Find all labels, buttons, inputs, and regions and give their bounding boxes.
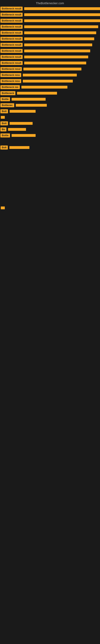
bottleneck-badge: Bottleneck result xyxy=(0,37,23,41)
bottleneck-row xyxy=(0,205,100,211)
bottleneck-row: Bottleneck result xyxy=(0,48,100,54)
bottleneck-bar xyxy=(24,13,100,16)
bottleneck-row: Bottleneck result xyxy=(0,12,100,18)
bottleneck-bar xyxy=(24,7,100,10)
bottleneck-row: Bott xyxy=(0,120,100,126)
bottleneck-row xyxy=(0,175,100,181)
bottleneck-badge: Bottleneck resu xyxy=(0,73,21,77)
bottleneck-row: Bottle xyxy=(0,132,100,138)
bottleneck-badge: Bottleneck result xyxy=(0,13,23,17)
bottleneck-row xyxy=(0,199,100,205)
bottleneck-row xyxy=(0,187,100,193)
bottleneck-bar xyxy=(24,56,88,58)
bottleneck-row xyxy=(0,138,100,144)
bottleneck-badge: Bottleneck result xyxy=(0,49,23,53)
bottleneck-bar xyxy=(21,86,67,88)
bottleneck-row: Bo xyxy=(0,126,100,132)
bottleneck-row xyxy=(0,150,100,156)
bottleneck-badge: Bottlenec xyxy=(0,103,14,107)
bottleneck-row xyxy=(0,169,100,175)
bottleneck-bar xyxy=(17,92,57,94)
bottleneck-row: Bottleneck res xyxy=(0,84,100,90)
bottleneck-row: Bott xyxy=(0,108,100,114)
bottleneck-bar xyxy=(10,122,33,125)
bottleneck-row: Bottleneck xyxy=(0,90,100,96)
bottleneck-badge: Bolt xyxy=(0,146,8,150)
bottleneck-badge: Bottleneck result xyxy=(0,19,23,23)
bottleneck-row: Bottleneck result xyxy=(0,54,100,60)
bottleneck-row: Bottleneck result xyxy=(0,6,100,12)
site-title: TheBottlenecker.com xyxy=(0,0,100,6)
bottleneck-badge: Bottleneck res xyxy=(0,85,20,89)
bottleneck-bar xyxy=(24,19,100,22)
bottleneck-bar xyxy=(24,62,86,64)
bottleneck-row xyxy=(0,162,100,169)
bottleneck-badge: Bott xyxy=(0,109,8,113)
bottleneck-bar xyxy=(24,25,98,28)
bottleneck-badge: Bottleneck result xyxy=(0,7,23,11)
bottleneck-bar xyxy=(23,68,81,70)
bottleneck-bar xyxy=(24,32,96,34)
bottleneck-row: Bottleneck resul xyxy=(0,66,100,72)
bottleneck-row xyxy=(0,156,100,162)
bottleneck-badge: Bottleneck xyxy=(0,91,15,95)
bottleneck-bar xyxy=(24,50,90,52)
bottleneck-bar xyxy=(16,104,47,107)
bottleneck-badge: Bottleneck result xyxy=(0,61,23,65)
bottleneck-bar xyxy=(8,128,26,131)
bottleneck-bar xyxy=(12,134,36,137)
bottleneck-bar xyxy=(10,110,36,113)
bottleneck-bar xyxy=(12,98,46,100)
bottleneck-badge: Bottle xyxy=(0,97,10,101)
bottleneck-badge: Bottleneck resul xyxy=(0,67,22,71)
bottleneck-row: Bottleneck resu xyxy=(0,78,100,84)
bottleneck-bar xyxy=(24,38,94,40)
bottleneck-badge: Bottleneck result xyxy=(0,43,23,47)
bottleneck-row: Bottleneck result xyxy=(0,24,100,30)
bottleneck-row xyxy=(0,114,100,120)
bottleneck-badge: Bottle xyxy=(0,134,10,138)
bottleneck-row xyxy=(0,181,100,187)
bottleneck-bar xyxy=(24,44,92,46)
bottleneck-badge: Bo xyxy=(0,128,6,132)
bottleneck-row: Bottlenec xyxy=(0,102,100,108)
bottleneck-bar xyxy=(1,206,5,209)
bottleneck-badge: Bottleneck result xyxy=(0,31,23,35)
bottleneck-row: Bottleneck resu xyxy=(0,72,100,78)
bottleneck-bar xyxy=(23,74,77,76)
bottleneck-bar xyxy=(23,80,73,82)
bottleneck-row: Bottleneck result xyxy=(0,60,100,66)
bottleneck-row: Bottleneck result xyxy=(0,18,100,24)
bottleneck-row: Bottleneck result xyxy=(0,30,100,36)
bottleneck-bar xyxy=(9,146,29,149)
bottleneck-bar xyxy=(1,116,5,119)
bottleneck-badge: Bott xyxy=(0,121,8,126)
bottleneck-row xyxy=(0,193,100,199)
bottleneck-row: Bottleneck result xyxy=(0,36,100,42)
bottleneck-badge: Bottleneck result xyxy=(0,55,23,59)
bottleneck-badge: Bottleneck result xyxy=(0,25,23,29)
bottleneck-row: Bottle xyxy=(0,96,100,102)
bottleneck-row: Bottleneck result xyxy=(0,42,100,48)
bottleneck-row: Bolt xyxy=(0,144,100,150)
bottleneck-badge: Bottleneck resu xyxy=(0,79,21,83)
